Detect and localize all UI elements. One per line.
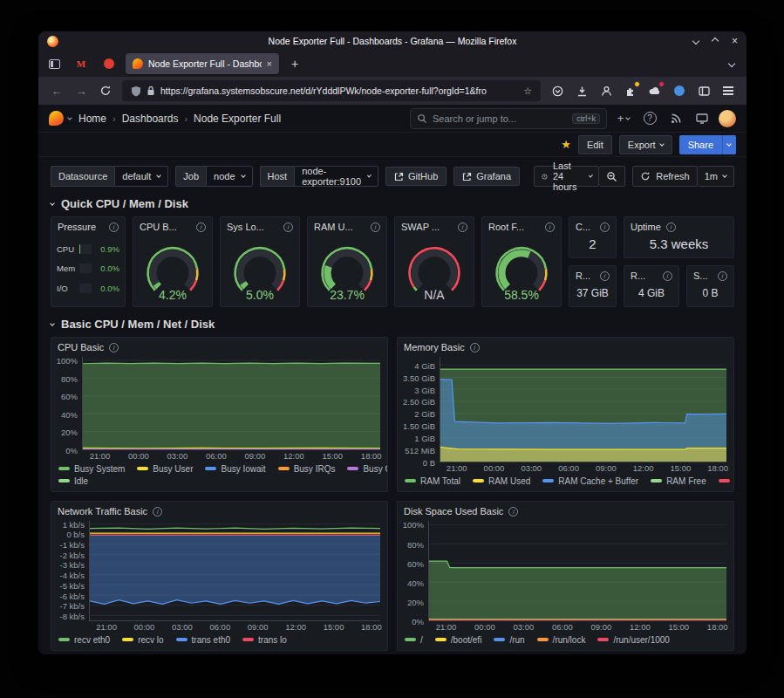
info-icon[interactable]: i (109, 222, 119, 232)
legend-item[interactable]: / (405, 635, 423, 645)
window-maximize-button[interactable] (712, 38, 719, 44)
url-text[interactable]: https://grafana.systemsobscure.net/d/rYd… (160, 86, 518, 96)
list-tabs-button[interactable] (722, 61, 741, 66)
info-icon[interactable]: i (600, 222, 610, 232)
legend-item[interactable]: /boot/efi (435, 635, 482, 645)
avatar[interactable] (719, 110, 736, 127)
host-picker[interactable]: Host node-exporter:9100 (260, 166, 379, 187)
legend-item[interactable]: /run/user/1000 (597, 635, 670, 645)
plot-area[interactable] (428, 521, 726, 621)
share-button[interactable]: Share (679, 135, 722, 154)
account-button[interactable] (595, 79, 617, 102)
tab-close-icon[interactable]: × (267, 58, 272, 69)
favorite-star-button[interactable]: ★ (561, 138, 571, 151)
info-icon[interactable]: i (718, 271, 727, 281)
lock-icon[interactable] (147, 86, 155, 96)
share-caret-button[interactable] (722, 135, 736, 154)
menu-button[interactable] (717, 79, 740, 102)
grafana-link-button[interactable]: Grafana (453, 167, 520, 186)
refresh-button[interactable]: Refresh (632, 166, 698, 187)
legend-item[interactable]: RAM Used (473, 476, 530, 486)
display-button[interactable] (692, 108, 712, 129)
window-close-button[interactable]: × (732, 36, 738, 46)
legend-item[interactable]: Busy User (137, 464, 193, 474)
x-axis-label: 12:00 (630, 622, 651, 632)
legend-item[interactable]: recv lo (122, 635, 163, 645)
sync-button[interactable] (644, 79, 666, 102)
plot-area[interactable] (89, 521, 380, 621)
time-series-chart[interactable]: 1 kb/s0 b/s-1 kb/s-2 kb/s-3 kb/s-4 kb/s-… (51, 518, 387, 633)
new-tab-button[interactable]: + (284, 53, 305, 74)
window-minimize-button[interactable] (692, 38, 699, 44)
time-range-picker[interactable]: Last 24 hours (534, 166, 599, 187)
active-tab[interactable]: Node Exporter Full - Dashbo × (126, 53, 279, 74)
tracking-protection-icon[interactable] (131, 86, 141, 97)
info-icon[interactable]: i (600, 271, 610, 281)
time-series-chart[interactable]: 100%80%60%40%20%0%21:0000:0003:0006:0009… (51, 354, 387, 462)
datasource-picker[interactable]: Datasource default (51, 166, 168, 187)
edit-button[interactable]: Edit (578, 135, 612, 154)
pressure-row-io: I/O 0.0% (57, 284, 119, 293)
legend-item[interactable]: RAM Free (651, 476, 706, 486)
pinned-tab-gmail[interactable]: M (70, 53, 92, 74)
info-icon[interactable]: i (666, 222, 676, 232)
container-button[interactable] (668, 79, 691, 102)
info-icon[interactable]: i (545, 222, 555, 232)
legend-label: Busy User (153, 464, 193, 474)
bookmark-star-icon[interactable]: ☆ (523, 86, 532, 97)
search-input[interactable]: Search or jump to... ctrl+k (410, 108, 607, 129)
add-button[interactable]: + (614, 108, 633, 129)
back-button[interactable]: ← (45, 79, 68, 102)
plot-area[interactable] (82, 357, 380, 450)
legend-item[interactable]: trans eth0 (176, 635, 230, 645)
export-button[interactable]: Export (619, 135, 672, 154)
section-quick-cpu-mem-disk[interactable]: Quick CPU / Mem / Disk (38, 187, 747, 216)
url-bar[interactable]: https://grafana.systemsobscure.net/d/rYd… (122, 80, 541, 101)
legend-item[interactable]: Busy Other (347, 464, 388, 474)
info-icon[interactable]: i (283, 222, 293, 232)
pocket-button[interactable] (546, 79, 569, 102)
news-button[interactable] (666, 108, 685, 129)
sidebar-button[interactable] (692, 79, 715, 102)
help-button[interactable]: ? (640, 108, 659, 129)
x-axis-label: 03:00 (172, 622, 193, 632)
legend-item[interactable]: Idle (58, 476, 88, 486)
github-link-button[interactable]: GitHub (385, 167, 447, 186)
section-basic-cpu-mem-net-disk[interactable]: Basic CPU / Mem / Net / Disk (38, 307, 747, 337)
downloads-button[interactable] (570, 79, 593, 102)
legend-item[interactable]: Busy IRQs (278, 464, 336, 474)
info-icon[interactable]: i (458, 222, 467, 232)
forward-button[interactable]: → (70, 79, 92, 102)
breadcrumb-home[interactable]: Home (78, 113, 106, 125)
plot-area[interactable] (440, 357, 726, 462)
pinned-tab-red[interactable] (98, 53, 120, 74)
legend-item[interactable]: RAM Total (405, 476, 460, 486)
info-icon[interactable]: i (109, 343, 119, 352)
legend-item[interactable]: RAM Cache + Buffer (542, 476, 638, 486)
info-icon[interactable]: i (371, 222, 380, 232)
window-titlebar[interactable]: Node Exporter Full - Dashboards - Grafan… (38, 31, 747, 51)
legend-item[interactable]: /run/lock (537, 635, 586, 645)
info-icon[interactable]: i (663, 271, 672, 281)
reload-button[interactable] (94, 79, 117, 102)
legend-item[interactable]: SWAP Used (719, 476, 734, 486)
info-icon[interactable]: i (153, 507, 162, 517)
legend-item[interactable]: /run (494, 635, 524, 645)
grafana-home-button[interactable] (49, 111, 72, 126)
zoom-out-button[interactable] (599, 166, 625, 187)
info-icon[interactable]: i (508, 507, 518, 517)
firefox-view-button[interactable] (44, 54, 65, 73)
legend-item[interactable]: recv eth0 (58, 635, 110, 645)
extensions-button[interactable] (619, 79, 642, 102)
refresh-interval-picker[interactable]: 1m (698, 166, 734, 187)
legend-item[interactable]: trans lo (242, 635, 287, 645)
info-icon[interactable]: i (196, 222, 206, 232)
legend-item[interactable]: Busy Iowait (205, 464, 265, 474)
info-icon[interactable]: i (470, 343, 480, 352)
time-series-chart[interactable]: 100%80%60%40%20%0%21:0000:0003:0006:0009… (398, 518, 733, 633)
time-series-chart[interactable]: 4 GiB3.50 GiB3 GiB2.50 GiB2 GiB1.50 GiB1… (398, 354, 733, 474)
legend-item[interactable]: Busy System (58, 464, 125, 474)
job-picker[interactable]: Job node (175, 166, 252, 187)
extensions-puzzle-icon (625, 86, 637, 97)
breadcrumb-dashboards[interactable]: Dashboards (122, 113, 179, 125)
